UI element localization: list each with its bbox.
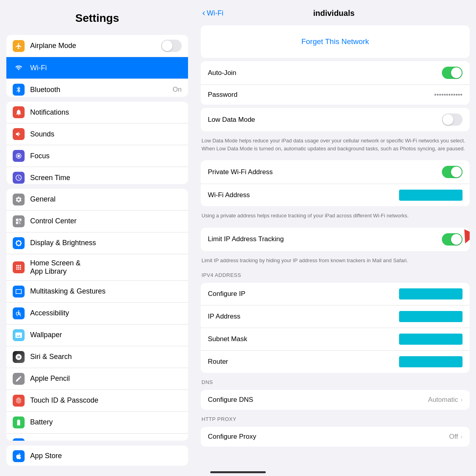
limit-ip-label: Limit IP Address Tracking (208, 235, 442, 243)
sidebar-item-notifications[interactable]: Notifications (6, 102, 188, 123)
configure-ip-label: Configure IP (208, 290, 399, 298)
sidebar-item-touch-id[interactable]: Touch ID & Passcode (6, 390, 188, 412)
sidebar-item-privacy-security[interactable]: Privacy & Security (6, 434, 188, 441)
accessibility-label: Accessibility (30, 309, 182, 317)
dns-section: Configure DNS Automatic › (201, 390, 470, 410)
configure-proxy-row[interactable]: Configure Proxy Off › (201, 427, 470, 447)
subnet-mask-value (399, 334, 463, 345)
private-wifi-description: Using a private address helps reduce tra… (194, 209, 476, 225)
low-data-section: Low Data Mode (201, 108, 470, 131)
auto-join-label: Auto-Join (208, 69, 442, 77)
limit-ip-description: Limit IP address tracking by hiding your… (194, 254, 476, 269)
wallpaper-icon (13, 329, 25, 341)
sidebar-item-general[interactable]: General (6, 189, 188, 211)
configure-dns-chevron: › (461, 396, 463, 403)
back-label: Wi-Fi (207, 9, 223, 17)
sidebar-item-wifi[interactable]: Wi-Fi (6, 57, 188, 79)
forget-network-button[interactable]: Forget This Network (208, 31, 463, 52)
app-store-icon (13, 450, 25, 462)
display-brightness-label: Display & Brightness (30, 239, 182, 247)
sidebar-item-apple-pencil[interactable]: Apple Pencil (6, 368, 188, 390)
configure-dns-row[interactable]: Configure DNS Automatic › (201, 390, 470, 410)
auto-join-row[interactable]: Auto-Join (201, 61, 470, 85)
general-label: General (30, 195, 182, 203)
password-row[interactable]: Password •••••••••••• (201, 85, 470, 105)
private-wifi-row[interactable]: Private Wi-Fi Address (201, 160, 470, 184)
sidebar-item-multitasking[interactable]: Multitasking & Gestures (6, 281, 188, 303)
airplane-mode-label: Airplane Mode (30, 42, 161, 50)
ip-address-value (399, 311, 463, 322)
configure-dns-value: Automatic (428, 396, 458, 404)
sidebar-item-battery[interactable]: Battery (6, 412, 188, 434)
airplane-mode-toggle[interactable] (161, 40, 182, 52)
low-data-mode-toggle[interactable] (442, 113, 463, 126)
ip-address-row: IP Address (201, 305, 470, 328)
limit-ip-section: Limit IP Address Tracking (201, 228, 470, 251)
notifications-icon (13, 106, 25, 118)
forget-network-section: Forget This Network (201, 25, 470, 58)
bluetooth-label: Bluetooth (30, 86, 173, 94)
sidebar-item-bluetooth[interactable]: Bluetooth On (6, 79, 188, 97)
limit-ip-toggle[interactable] (442, 233, 463, 246)
sidebar-item-control-center[interactable]: Control Center (6, 211, 188, 232)
subnet-mask-label: Subnet Mask (208, 335, 399, 343)
configure-proxy-value: Off (449, 433, 458, 441)
private-wifi-label: Private Wi-Fi Address (208, 168, 442, 176)
notifications-label: Notifications (30, 108, 182, 117)
limit-ip-row[interactable]: Limit IP Address Tracking (201, 228, 470, 251)
home-screen-label: Home Screen &App Library (30, 259, 81, 275)
touch-id-icon (13, 395, 25, 407)
sidebar-item-siri-search[interactable]: Siri & Search (6, 346, 188, 368)
sidebar-item-display-brightness[interactable]: Display & Brightness (6, 232, 188, 254)
sidebar-item-sounds[interactable]: Sounds (6, 123, 188, 145)
back-chevron-icon: ‹ (202, 8, 205, 18)
detail-content: ‹ Wi-Fi individuals Forget This Network … (194, 0, 476, 468)
router-row: Router (201, 351, 470, 373)
configure-proxy-chevron: › (461, 433, 463, 440)
forget-network-row[interactable]: Forget This Network (201, 25, 470, 58)
store-section: App Store (6, 445, 188, 466)
sidebar-item-home-screen[interactable]: Home Screen &App Library (6, 254, 188, 281)
auto-join-toggle[interactable] (442, 67, 463, 79)
router-label: Router (208, 358, 399, 366)
configure-ip-row[interactable]: Configure IP (201, 283, 470, 305)
general-section: General Control Center Display & Brightn… (6, 189, 188, 441)
annotation-arrow (462, 228, 470, 251)
sidebar-item-focus[interactable]: Focus (6, 145, 188, 167)
low-data-mode-row[interactable]: Low Data Mode (201, 108, 470, 131)
siri-search-label: Siri & Search (30, 353, 182, 361)
control-center-label: Control Center (30, 217, 182, 225)
configure-dns-label: Configure DNS (208, 396, 428, 404)
sidebar-item-app-store[interactable]: App Store (6, 445, 188, 466)
settings-title: Settings (0, 0, 194, 33)
http-proxy-section: Configure Proxy Off › (201, 427, 470, 447)
connectivity-section: Airplane Mode Wi-Fi Bluetooth On (6, 35, 188, 97)
private-wifi-toggle[interactable] (442, 166, 463, 178)
dns-section-label: DNS (194, 376, 476, 387)
sounds-icon (13, 128, 25, 140)
apple-pencil-icon (13, 373, 25, 385)
battery-label: Battery (30, 418, 182, 426)
wifi-address-value (399, 190, 463, 201)
sidebar-item-airplane-mode[interactable]: Airplane Mode (6, 35, 188, 57)
multitasking-label: Multitasking & Gestures (30, 287, 182, 296)
multitasking-icon (13, 286, 25, 298)
home-screen-icon (13, 261, 25, 273)
apple-pencil-label: Apple Pencil (30, 374, 182, 383)
join-password-section: Auto-Join Password •••••••••••• (201, 61, 470, 105)
focus-label: Focus (30, 152, 182, 160)
wifi-address-row: Wi-Fi Address (201, 184, 470, 206)
sidebar-item-accessibility[interactable]: Accessibility (6, 303, 188, 324)
control-center-icon (13, 215, 25, 227)
sidebar-item-screen-time[interactable]: Screen Time (6, 167, 188, 184)
wifi-label: Wi-Fi (30, 64, 182, 72)
back-button[interactable]: ‹ Wi-Fi (202, 8, 223, 18)
password-label: Password (208, 91, 434, 99)
wifi-icon (13, 62, 25, 74)
sidebar-item-wallpaper[interactable]: Wallpaper (6, 324, 188, 346)
page-title: individuals (223, 9, 444, 18)
configure-proxy-label: Configure Proxy (208, 433, 449, 441)
airplane-mode-icon (13, 40, 25, 52)
configure-ip-value (399, 288, 463, 299)
bluetooth-value: On (173, 86, 182, 94)
